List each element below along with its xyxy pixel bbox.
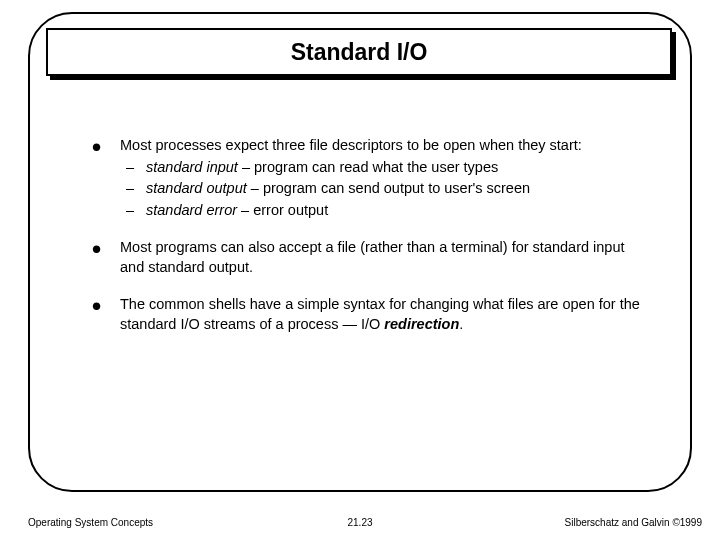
sub-1-label: standard input [146,159,238,175]
bullet-3-pre: The common shells have a simple syntax f… [120,296,640,332]
sub-3-rest: – error output [237,202,328,218]
bullet-1: Most processes expect three file descrip… [92,136,652,220]
footer-right: Silberschatz and Galvin ©1999 [565,517,702,528]
slide-content: Most processes expect three file descrip… [92,136,652,353]
sub-1-rest: – program can read what the user types [238,159,498,175]
sub-2: standard output – program can send outpu… [120,179,652,199]
bullet-1-text: Most processes expect three file descrip… [120,137,582,153]
sub-3-label: standard error [146,202,237,218]
sub-2-label: standard output [146,180,247,196]
sub-3: standard error – error output [120,201,652,221]
slide-title: Standard I/O [46,28,672,76]
bullet-3: The common shells have a simple syntax f… [92,295,652,334]
sub-2-rest: – program can send output to user's scre… [247,180,530,196]
bullet-2: Most programs can also accept a file (ra… [92,238,652,277]
sub-1: standard input – program can read what t… [120,158,652,178]
bullet-2-text: Most programs can also accept a file (ra… [120,239,625,275]
bullet-3-post: . [459,316,463,332]
bullet-3-em: redirection [384,316,459,332]
